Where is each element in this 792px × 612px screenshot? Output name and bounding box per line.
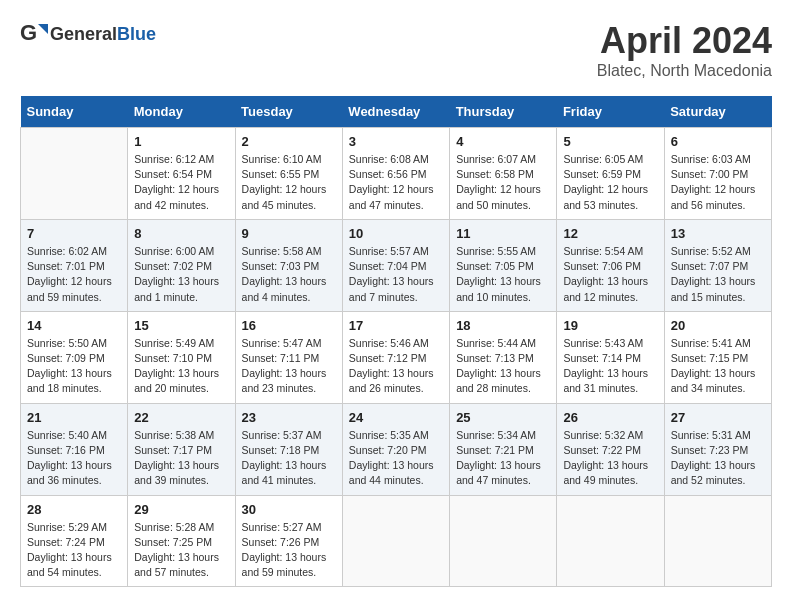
day-number: 10 <box>349 226 443 241</box>
day-number: 19 <box>563 318 657 333</box>
day-number: 16 <box>242 318 336 333</box>
day-info: Sunrise: 5:46 AMSunset: 7:12 PMDaylight:… <box>349 336 443 397</box>
day-number: 30 <box>242 502 336 517</box>
location-subtitle: Blatec, North Macedonia <box>597 62 772 80</box>
calendar-cell <box>664 495 771 587</box>
calendar-cell: 25Sunrise: 5:34 AMSunset: 7:21 PMDayligh… <box>450 403 557 495</box>
calendar-cell: 19Sunrise: 5:43 AMSunset: 7:14 PMDayligh… <box>557 311 664 403</box>
calendar-cell: 21Sunrise: 5:40 AMSunset: 7:16 PMDayligh… <box>21 403 128 495</box>
logo-blue-text: Blue <box>117 24 156 44</box>
calendar-cell: 15Sunrise: 5:49 AMSunset: 7:10 PMDayligh… <box>128 311 235 403</box>
calendar-week-row: 1Sunrise: 6:12 AMSunset: 6:54 PMDaylight… <box>21 128 772 220</box>
day-number: 9 <box>242 226 336 241</box>
calendar-cell: 24Sunrise: 5:35 AMSunset: 7:20 PMDayligh… <box>342 403 449 495</box>
logo-icon: G <box>20 20 48 48</box>
day-number: 20 <box>671 318 765 333</box>
day-info: Sunrise: 5:57 AMSunset: 7:04 PMDaylight:… <box>349 244 443 305</box>
weekday-header-friday: Friday <box>557 96 664 128</box>
day-number: 27 <box>671 410 765 425</box>
day-info: Sunrise: 6:05 AMSunset: 6:59 PMDaylight:… <box>563 152 657 213</box>
day-info: Sunrise: 5:43 AMSunset: 7:14 PMDaylight:… <box>563 336 657 397</box>
calendar-cell: 11Sunrise: 5:55 AMSunset: 7:05 PMDayligh… <box>450 219 557 311</box>
day-number: 8 <box>134 226 228 241</box>
weekday-header-sunday: Sunday <box>21 96 128 128</box>
calendar-cell: 3Sunrise: 6:08 AMSunset: 6:56 PMDaylight… <box>342 128 449 220</box>
calendar-cell: 27Sunrise: 5:31 AMSunset: 7:23 PMDayligh… <box>664 403 771 495</box>
calendar-cell: 28Sunrise: 5:29 AMSunset: 7:24 PMDayligh… <box>21 495 128 587</box>
calendar-cell: 5Sunrise: 6:05 AMSunset: 6:59 PMDaylight… <box>557 128 664 220</box>
month-title: April 2024 <box>597 20 772 62</box>
svg-marker-1 <box>38 24 48 34</box>
day-number: 1 <box>134 134 228 149</box>
day-number: 11 <box>456 226 550 241</box>
day-number: 2 <box>242 134 336 149</box>
day-info: Sunrise: 5:38 AMSunset: 7:17 PMDaylight:… <box>134 428 228 489</box>
weekday-header-thursday: Thursday <box>450 96 557 128</box>
day-info: Sunrise: 5:34 AMSunset: 7:21 PMDaylight:… <box>456 428 550 489</box>
calendar-cell: 30Sunrise: 5:27 AMSunset: 7:26 PMDayligh… <box>235 495 342 587</box>
calendar-week-row: 21Sunrise: 5:40 AMSunset: 7:16 PMDayligh… <box>21 403 772 495</box>
svg-text:G: G <box>20 20 37 45</box>
day-number: 7 <box>27 226 121 241</box>
calendar-header: SundayMondayTuesdayWednesdayThursdayFrid… <box>21 96 772 128</box>
calendar-cell: 10Sunrise: 5:57 AMSunset: 7:04 PMDayligh… <box>342 219 449 311</box>
day-info: Sunrise: 6:12 AMSunset: 6:54 PMDaylight:… <box>134 152 228 213</box>
day-number: 24 <box>349 410 443 425</box>
logo: G GeneralBlue <box>20 20 156 48</box>
day-number: 3 <box>349 134 443 149</box>
day-info: Sunrise: 6:02 AMSunset: 7:01 PMDaylight:… <box>27 244 121 305</box>
calendar-table: SundayMondayTuesdayWednesdayThursdayFrid… <box>20 96 772 587</box>
calendar-cell: 1Sunrise: 6:12 AMSunset: 6:54 PMDaylight… <box>128 128 235 220</box>
weekday-header-monday: Monday <box>128 96 235 128</box>
day-info: Sunrise: 5:29 AMSunset: 7:24 PMDaylight:… <box>27 520 121 581</box>
day-number: 15 <box>134 318 228 333</box>
day-info: Sunrise: 5:47 AMSunset: 7:11 PMDaylight:… <box>242 336 336 397</box>
calendar-cell: 17Sunrise: 5:46 AMSunset: 7:12 PMDayligh… <box>342 311 449 403</box>
day-info: Sunrise: 5:35 AMSunset: 7:20 PMDaylight:… <box>349 428 443 489</box>
weekday-header-saturday: Saturday <box>664 96 771 128</box>
calendar-cell: 23Sunrise: 5:37 AMSunset: 7:18 PMDayligh… <box>235 403 342 495</box>
calendar-cell: 14Sunrise: 5:50 AMSunset: 7:09 PMDayligh… <box>21 311 128 403</box>
calendar-cell <box>557 495 664 587</box>
day-number: 29 <box>134 502 228 517</box>
day-info: Sunrise: 5:27 AMSunset: 7:26 PMDaylight:… <box>242 520 336 581</box>
calendar-cell: 12Sunrise: 5:54 AMSunset: 7:06 PMDayligh… <box>557 219 664 311</box>
day-info: Sunrise: 6:03 AMSunset: 7:00 PMDaylight:… <box>671 152 765 213</box>
weekday-header-wednesday: Wednesday <box>342 96 449 128</box>
day-info: Sunrise: 5:37 AMSunset: 7:18 PMDaylight:… <box>242 428 336 489</box>
day-info: Sunrise: 5:50 AMSunset: 7:09 PMDaylight:… <box>27 336 121 397</box>
calendar-cell: 29Sunrise: 5:28 AMSunset: 7:25 PMDayligh… <box>128 495 235 587</box>
calendar-cell: 9Sunrise: 5:58 AMSunset: 7:03 PMDaylight… <box>235 219 342 311</box>
calendar-cell: 4Sunrise: 6:07 AMSunset: 6:58 PMDaylight… <box>450 128 557 220</box>
day-number: 26 <box>563 410 657 425</box>
day-info: Sunrise: 6:08 AMSunset: 6:56 PMDaylight:… <box>349 152 443 213</box>
weekday-header-row: SundayMondayTuesdayWednesdayThursdayFrid… <box>21 96 772 128</box>
calendar-week-row: 7Sunrise: 6:02 AMSunset: 7:01 PMDaylight… <box>21 219 772 311</box>
calendar-cell: 13Sunrise: 5:52 AMSunset: 7:07 PMDayligh… <box>664 219 771 311</box>
day-number: 13 <box>671 226 765 241</box>
day-number: 18 <box>456 318 550 333</box>
calendar-week-row: 14Sunrise: 5:50 AMSunset: 7:09 PMDayligh… <box>21 311 772 403</box>
day-info: Sunrise: 5:54 AMSunset: 7:06 PMDaylight:… <box>563 244 657 305</box>
day-info: Sunrise: 5:41 AMSunset: 7:15 PMDaylight:… <box>671 336 765 397</box>
calendar-cell: 7Sunrise: 6:02 AMSunset: 7:01 PMDaylight… <box>21 219 128 311</box>
day-number: 4 <box>456 134 550 149</box>
day-number: 6 <box>671 134 765 149</box>
day-number: 25 <box>456 410 550 425</box>
calendar-cell <box>21 128 128 220</box>
day-number: 22 <box>134 410 228 425</box>
calendar-cell: 22Sunrise: 5:38 AMSunset: 7:17 PMDayligh… <box>128 403 235 495</box>
day-info: Sunrise: 5:52 AMSunset: 7:07 PMDaylight:… <box>671 244 765 305</box>
day-number: 17 <box>349 318 443 333</box>
weekday-header-tuesday: Tuesday <box>235 96 342 128</box>
day-number: 21 <box>27 410 121 425</box>
day-info: Sunrise: 6:10 AMSunset: 6:55 PMDaylight:… <box>242 152 336 213</box>
calendar-cell <box>342 495 449 587</box>
day-info: Sunrise: 6:07 AMSunset: 6:58 PMDaylight:… <box>456 152 550 213</box>
title-area: April 2024 Blatec, North Macedonia <box>597 20 772 80</box>
day-info: Sunrise: 5:44 AMSunset: 7:13 PMDaylight:… <box>456 336 550 397</box>
day-info: Sunrise: 5:28 AMSunset: 7:25 PMDaylight:… <box>134 520 228 581</box>
page-header: G GeneralBlue April 2024 Blatec, North M… <box>20 20 772 80</box>
day-number: 14 <box>27 318 121 333</box>
calendar-body: 1Sunrise: 6:12 AMSunset: 6:54 PMDaylight… <box>21 128 772 587</box>
